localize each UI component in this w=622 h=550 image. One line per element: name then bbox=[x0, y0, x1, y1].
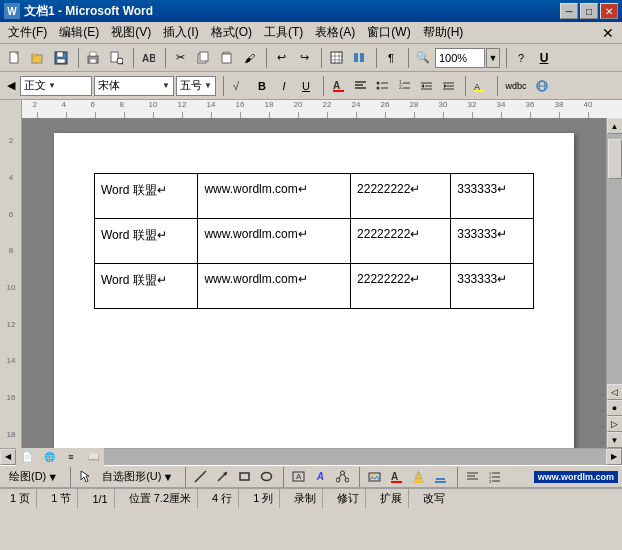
save-button[interactable] bbox=[50, 47, 72, 69]
clipart-button[interactable] bbox=[364, 467, 384, 487]
help-question-button[interactable]: ? bbox=[510, 47, 532, 69]
menu-help[interactable]: 帮助(H) bbox=[417, 22, 470, 43]
textbox-button[interactable]: A bbox=[288, 467, 308, 487]
scroll-up-button[interactable]: ▲ bbox=[607, 118, 623, 134]
align-draw-button[interactable] bbox=[462, 467, 482, 487]
menu-format[interactable]: 格式(O) bbox=[205, 22, 258, 43]
style-dropdown-icon: ▼ bbox=[48, 81, 56, 90]
draw-menu-button[interactable]: 绘图(D) ▼ bbox=[4, 467, 63, 487]
web-view-button[interactable]: 🌐 bbox=[38, 446, 60, 468]
table-cell[interactable]: www.wordlm.com↵ bbox=[198, 264, 351, 309]
scroll-down-button[interactable]: ▼ bbox=[607, 432, 623, 448]
decrease-indent-button[interactable] bbox=[416, 76, 436, 96]
scroll-right-button[interactable]: ▶ bbox=[606, 449, 622, 465]
increase-indent-button[interactable] bbox=[438, 76, 458, 96]
ruler-area: 246810121416182022242628303234363840 bbox=[0, 100, 622, 118]
menu-table[interactable]: 表格(A) bbox=[309, 22, 361, 43]
print-button[interactable] bbox=[82, 47, 104, 69]
bold-button[interactable]: B bbox=[252, 76, 272, 96]
rectangle-tool-button[interactable] bbox=[234, 467, 254, 487]
select-objects-button[interactable] bbox=[75, 467, 95, 487]
style-picker-left[interactable]: ◀ bbox=[4, 75, 18, 97]
menu-tools[interactable]: 工具(T) bbox=[258, 22, 309, 43]
table-cell[interactable]: 333333↵ bbox=[451, 264, 534, 309]
paste-button[interactable] bbox=[215, 47, 237, 69]
insert-formula-button[interactable]: √ bbox=[228, 75, 250, 97]
font-box[interactable]: 宋体 ▼ bbox=[94, 76, 174, 96]
table-cell[interactable]: 22222222↵ bbox=[351, 174, 451, 219]
arrow-tool-button[interactable] bbox=[212, 467, 232, 487]
table-cell[interactable]: Word 联盟↵ bbox=[95, 219, 198, 264]
menu-file[interactable]: 文件(F) bbox=[2, 22, 53, 43]
format-painter-button[interactable]: 🖌 bbox=[238, 47, 260, 69]
outline-view-button[interactable]: ≡ bbox=[60, 446, 82, 468]
svg-point-33 bbox=[376, 87, 379, 90]
minimize-button[interactable]: ─ bbox=[560, 3, 578, 19]
menu-edit[interactable]: 编辑(E) bbox=[53, 22, 105, 43]
cut-button[interactable]: ✂ bbox=[169, 47, 191, 69]
preview-button[interactable] bbox=[105, 47, 127, 69]
copy-button[interactable] bbox=[192, 47, 214, 69]
size-box[interactable]: 五号 ▼ bbox=[176, 76, 216, 96]
scroll-left-button[interactable]: ◀ bbox=[0, 449, 16, 465]
status-rec: 录制 bbox=[288, 489, 323, 508]
menu-insert[interactable]: 插入(I) bbox=[157, 22, 204, 43]
normal-view-button[interactable]: 📄 bbox=[16, 446, 38, 468]
insert-table-button[interactable] bbox=[325, 47, 347, 69]
scroll-prev-page-button[interactable]: ◁ bbox=[607, 384, 623, 400]
window-title: 文档1 - Microsoft Word bbox=[24, 3, 153, 20]
italic-button[interactable]: I bbox=[274, 76, 294, 96]
table-cell[interactable]: 22222222↵ bbox=[351, 219, 451, 264]
scroll-select-browse-button[interactable]: ● bbox=[607, 400, 623, 416]
maximize-button[interactable]: □ bbox=[580, 3, 598, 19]
table-cell[interactable]: www.wordlm.com↵ bbox=[198, 219, 351, 264]
scroll-track[interactable] bbox=[607, 134, 623, 384]
table-cell[interactable]: Word 联盟↵ bbox=[95, 174, 198, 219]
bullets-button[interactable] bbox=[372, 76, 392, 96]
table-cell[interactable]: Word 联盟↵ bbox=[95, 264, 198, 309]
status-bar: 1 页 1 节 1/1 位置 7.2厘米 4 行 1 列 录制 修订 扩展 改写 bbox=[0, 488, 622, 508]
table-cell[interactable]: 333333↵ bbox=[451, 174, 534, 219]
status-ovr: 改写 bbox=[417, 489, 451, 508]
style-box[interactable]: 正文 ▼ bbox=[20, 76, 92, 96]
spell-check-button[interactable]: ABC bbox=[137, 47, 159, 69]
highlight-button[interactable]: A bbox=[470, 76, 490, 96]
line-color-button[interactable] bbox=[430, 467, 450, 487]
fill-color-button[interactable] bbox=[408, 467, 428, 487]
svg-marker-42 bbox=[421, 84, 424, 88]
wordart-button[interactable]: A bbox=[310, 467, 330, 487]
line-tool-button[interactable] bbox=[190, 467, 210, 487]
numbering-draw-button[interactable]: 123 bbox=[484, 467, 504, 487]
align-button[interactable] bbox=[350, 76, 370, 96]
h-scroll-track[interactable] bbox=[104, 449, 606, 465]
web-button[interactable] bbox=[532, 76, 552, 96]
oval-tool-button[interactable] bbox=[256, 467, 276, 487]
table-cell[interactable]: 22222222↵ bbox=[351, 264, 451, 309]
document-scroll-area[interactable]: Word 联盟↵ www.wordlm.com↵ 22222222↵ 33333… bbox=[22, 118, 606, 448]
doc-close-button[interactable]: ✕ bbox=[596, 25, 620, 41]
word-count-button[interactable]: wdbc bbox=[502, 76, 530, 96]
table-cell[interactable]: www.wordlm.com↵ bbox=[198, 174, 351, 219]
underline-button[interactable]: U bbox=[296, 76, 316, 96]
menu-view[interactable]: 视图(V) bbox=[105, 22, 157, 43]
reading-view-button[interactable]: 📖 bbox=[82, 446, 104, 468]
redo-button[interactable]: ↪ bbox=[293, 47, 315, 69]
close-button[interactable]: ✕ bbox=[600, 3, 618, 19]
diagram-button[interactable] bbox=[332, 467, 352, 487]
numbered-list-button[interactable]: 1.2. bbox=[394, 76, 414, 96]
table-cell[interactable]: 333333↵ bbox=[451, 219, 534, 264]
zoom-out-button[interactable]: 🔍 bbox=[412, 47, 434, 69]
open-button[interactable] bbox=[27, 47, 49, 69]
undo-button[interactable]: ↩ bbox=[270, 47, 292, 69]
font-color-draw-button[interactable]: A bbox=[386, 467, 406, 487]
columns-button[interactable] bbox=[348, 47, 370, 69]
underline-button-tb[interactable]: U bbox=[533, 47, 555, 69]
autoshape-menu-button[interactable]: 自选图形(U) ▼ bbox=[97, 467, 178, 487]
scroll-thumb[interactable] bbox=[608, 139, 622, 179]
menu-window[interactable]: 窗口(W) bbox=[361, 22, 416, 43]
zoom-dropdown-button[interactable]: ▼ bbox=[486, 48, 500, 68]
new-button[interactable] bbox=[4, 47, 26, 69]
font-color-button[interactable]: A bbox=[328, 76, 348, 96]
scroll-next-page-button[interactable]: ▷ bbox=[607, 416, 623, 432]
show-all-button[interactable]: ¶ bbox=[380, 47, 402, 69]
